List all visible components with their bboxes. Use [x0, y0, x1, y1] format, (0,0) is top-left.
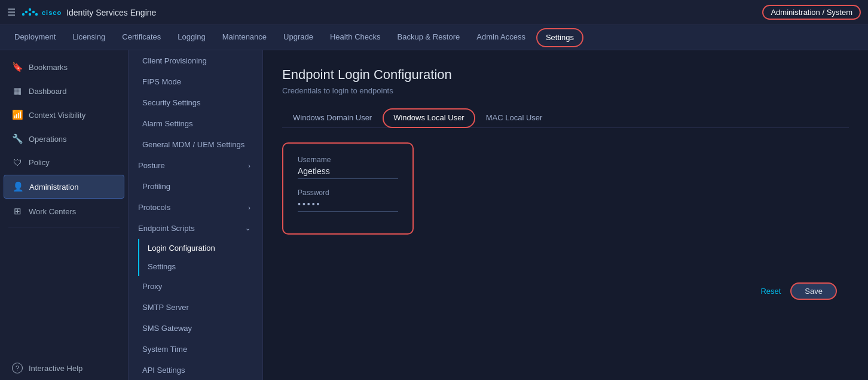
nav-upgrade[interactable]: Upgrade [275, 25, 322, 50]
top-navbar: ☰ cisco Identity Services Engine Adminis… [0, 0, 868, 25]
nav-backup-restore[interactable]: Backup & Restore [389, 25, 469, 50]
bookmarks-icon: 🔖 [12, 62, 23, 72]
posture-label: Posture [138, 161, 165, 170]
credentials-form: Username Agetless Password ••••• [282, 142, 414, 235]
sidebar-item-dashboard[interactable]: ▦ Dashboard [4, 80, 124, 102]
interactive-help-icon: ? [12, 363, 23, 373]
posture-chevron-icon: › [248, 162, 250, 169]
svg-point-3 [22, 13, 25, 15]
nav-deployment[interactable]: Deployment [6, 25, 64, 50]
sub-item-api-settings[interactable]: API Settings [129, 360, 262, 380]
nav-settings[interactable]: Settings [536, 28, 583, 47]
top-nav-right: Administration / System [762, 8, 861, 17]
operations-icon: 🔧 [12, 133, 23, 144]
sidebar-divider [8, 227, 120, 227]
left-sidebar: 🔖 Bookmarks ▦ Dashboard 📶 Context Visibi… [0, 50, 129, 380]
password-value[interactable]: ••••• [298, 199, 398, 212]
protocols-chevron-icon: › [248, 204, 250, 211]
nav-licensing[interactable]: Licensing [64, 25, 114, 50]
sub-item-profiling[interactable]: Profiling [129, 176, 262, 197]
sidebar-label-work-centers: Work Centers [29, 207, 76, 216]
svg-point-5 [35, 13, 38, 15]
sub-item-proxy[interactable]: Proxy [129, 276, 262, 297]
endpoint-scripts-children: Login Configuration Settings [138, 239, 262, 276]
hamburger-menu[interactable]: ☰ [7, 7, 16, 18]
sub-item-system-time[interactable]: System Time [129, 339, 262, 360]
sub-section-posture[interactable]: Posture › [129, 155, 262, 176]
nav-maintenance[interactable]: Maintenance [214, 25, 275, 50]
sidebar-item-bookmarks[interactable]: 🔖 Bookmarks [4, 56, 124, 78]
nav-logging[interactable]: Logging [169, 25, 213, 50]
admin-system-badge[interactable]: Administration / System [762, 5, 861, 20]
svg-point-4 [29, 13, 31, 15]
nav-health-checks[interactable]: Health Checks [322, 25, 389, 50]
sidebar-item-administration[interactable]: 👤 Administration [4, 175, 124, 199]
dashboard-icon: ▦ [12, 86, 23, 96]
sidebar-item-work-centers[interactable]: ⊞ Work Centers [4, 200, 124, 223]
context-visibility-icon: 📶 [12, 110, 23, 120]
cisco-logo: cisco [22, 7, 62, 18]
sub-sidebar: Client Provisioning FIPS Mode Security S… [129, 50, 263, 380]
tab-mac-local-user[interactable]: MAC Local User [475, 108, 554, 128]
username-value[interactable]: Agetless [298, 166, 398, 179]
second-navbar: Deployment Licensing Certificates Loggin… [0, 25, 868, 50]
sidebar-item-context-visibility[interactable]: 📶 Context Visibility [4, 104, 124, 126]
sidebar-label-dashboard: Dashboard [29, 87, 67, 96]
actions-bar: Reset Save [282, 282, 849, 300]
save-button[interactable]: Save [790, 282, 837, 300]
cisco-logo-svg [22, 7, 38, 18]
sidebar-label-bookmarks: Bookmarks [29, 63, 68, 72]
nav-admin-access[interactable]: Admin Access [468, 25, 534, 50]
sidebar-item-operations[interactable]: 🔧 Operations [4, 127, 124, 150]
password-field: Password ••••• [298, 189, 398, 212]
protocols-label: Protocols [138, 203, 170, 212]
sidebar-label-policy: Policy [29, 158, 50, 167]
app-title: Identity Services Engine [66, 8, 156, 17]
sidebar-item-interactive-help[interactable]: ? Interactive Help [4, 357, 124, 379]
tab-bar: Windows Domain User Windows Local User M… [282, 108, 849, 128]
policy-icon: 🛡 [12, 157, 23, 168]
content-area: Client Provisioning FIPS Mode Security S… [129, 50, 868, 380]
sub-section-endpoint-scripts[interactable]: Endpoint Scripts ⌄ [129, 218, 262, 239]
password-label: Password [298, 189, 398, 197]
sub-item-client-provisioning[interactable]: Client Provisioning [129, 50, 262, 71]
page-title: Endpoint Login Configuration [282, 67, 849, 83]
sub-item-smtp-server[interactable]: SMTP Server [129, 297, 262, 318]
sidebar-item-policy[interactable]: 🛡 Policy [4, 151, 124, 174]
sub-item-alarm-settings[interactable]: Alarm Settings [129, 113, 262, 134]
page-subtitle: Credentials to login to endpoints [282, 86, 849, 95]
svg-point-2 [32, 10, 35, 13]
nav-certificates[interactable]: Certificates [114, 25, 169, 50]
cisco-text: cisco [42, 9, 62, 16]
sidebar-label-interactive-help: Interactive Help [29, 364, 82, 373]
sidebar-bottom: ? Interactive Help [0, 356, 128, 380]
endpoint-scripts-label: Endpoint Scripts [138, 224, 195, 233]
administration-icon: 👤 [13, 181, 23, 192]
svg-point-0 [29, 8, 31, 10]
sidebar-label-operations: Operations [29, 135, 67, 144]
username-field: Username Agetless [298, 156, 398, 179]
main-layout: 🔖 Bookmarks ▦ Dashboard 📶 Context Visibi… [0, 50, 868, 380]
sub-child-login-configuration[interactable]: Login Configuration [139, 239, 262, 257]
sub-item-fips-mode[interactable]: FIPS Mode [129, 71, 262, 92]
sub-item-sms-gateway[interactable]: SMS Gateway [129, 318, 262, 339]
username-label: Username [298, 156, 398, 164]
sub-section-protocols[interactable]: Protocols › [129, 197, 262, 218]
sub-item-security-settings[interactable]: Security Settings [129, 92, 262, 113]
tab-windows-local-user[interactable]: Windows Local User [383, 108, 475, 128]
svg-point-1 [25, 10, 27, 13]
sub-child-settings[interactable]: Settings [139, 257, 262, 276]
sub-item-general-mdm[interactable]: General MDM / UEM Settings [129, 134, 262, 155]
reset-button[interactable]: Reset [760, 287, 781, 296]
work-centers-icon: ⊞ [12, 206, 23, 217]
endpoint-scripts-chevron-icon: ⌄ [245, 224, 250, 232]
sidebar-label-administration: Administration [29, 183, 78, 191]
main-content: Endpoint Login Configuration Credentials… [263, 50, 868, 380]
sidebar-label-context-visibility: Context Visibility [29, 111, 85, 120]
tab-windows-domain-user[interactable]: Windows Domain User [282, 108, 383, 128]
